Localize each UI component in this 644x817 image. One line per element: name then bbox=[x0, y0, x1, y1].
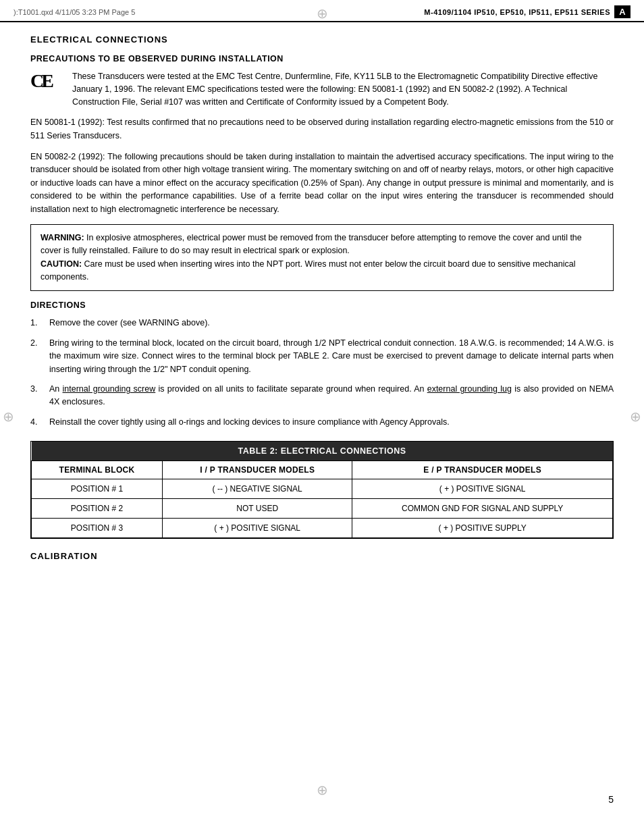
paragraph-en50081: EN 50081-1 (1992): Test results confirme… bbox=[30, 116, 614, 142]
col-header-terminal: TERMINAL BLOCK bbox=[32, 461, 163, 479]
main-content: ELECTRICAL CONNECTIONS PRECAUTIONS TO BE… bbox=[0, 22, 644, 583]
direction-num-4: 4. bbox=[30, 416, 43, 429]
electrical-connections-section: ELECTRICAL CONNECTIONS PRECAUTIONS TO BE… bbox=[30, 34, 614, 429]
warning-text: In explosive atmospheres, electrical pow… bbox=[41, 233, 582, 255]
row2-ip: NOT USED bbox=[163, 499, 352, 519]
row2-pos: POSITION # 2 bbox=[32, 499, 163, 519]
row2-ep: COMMON GND FOR SIGNAL AND SUPPLY bbox=[352, 499, 613, 519]
warning-label: WARNING: bbox=[41, 233, 84, 242]
electrical-connections-heading: ELECTRICAL CONNECTIONS bbox=[30, 34, 614, 45]
calibration-section: CALIBRATION bbox=[30, 551, 614, 561]
crosshair-bottom-icon: ⊕ bbox=[317, 782, 328, 798]
direction-item-2: 2. Bring wiring to the terminal block, l… bbox=[30, 337, 614, 376]
direction-num-1: 1. bbox=[30, 317, 43, 330]
header-title-area: M-4109/1104 IP510, EP510, IP511, EP511 S… bbox=[424, 5, 630, 18]
row3-ep: ( + ) POSITIVE SUPPLY bbox=[352, 519, 613, 538]
table-row-3: POSITION # 3 ( + ) POSITIVE SIGNAL ( + )… bbox=[32, 519, 613, 538]
table-row-1: POSITION # 1 ( -- ) NEGATIVE SIGNAL ( + … bbox=[32, 479, 613, 499]
table-header-row: TERMINAL BLOCK I / P TRANSDUCER MODELS E… bbox=[32, 461, 613, 479]
crosshair-top-icon: ⊕ bbox=[317, 5, 328, 22]
row1-ep: ( + ) POSITIVE SIGNAL bbox=[352, 479, 613, 499]
row1-pos: POSITION # 1 bbox=[32, 479, 163, 499]
crosshair-right-icon: ⊕ bbox=[630, 408, 641, 425]
direction-num-3: 3. bbox=[30, 383, 43, 409]
row1-ip: ( -- ) NEGATIVE SIGNAL bbox=[163, 479, 352, 499]
direction-text-1: Remove the cover (see WARNING above). bbox=[49, 317, 210, 330]
paragraph-en50082: EN 50082-2 (1992): The following precaut… bbox=[30, 151, 614, 216]
row3-ip: ( + ) POSITIVE SIGNAL bbox=[163, 519, 352, 538]
col-header-ep: E / P TRANSDUCER MODELS bbox=[352, 461, 613, 479]
series-badge: A bbox=[614, 5, 630, 18]
warning-box: WARNING: In explosive atmospheres, elect… bbox=[30, 224, 614, 292]
filename-label: ):T1001.qxd 4/11/05 3:23 PM Page 5 bbox=[14, 8, 135, 16]
direction-item-1: 1. Remove the cover (see WARNING above). bbox=[30, 317, 614, 330]
col-header-ip: I / P TRANSDUCER MODELS bbox=[163, 461, 352, 479]
directions-list: 1. Remove the cover (see WARNING above).… bbox=[30, 317, 614, 429]
ce-description: These Transducers were tested at the EMC… bbox=[72, 70, 614, 108]
ce-mark-icon: CE bbox=[30, 70, 63, 90]
direction-text-4: Reinstall the cover tightly using all o-… bbox=[49, 416, 450, 429]
document-title: M-4109/1104 IP510, EP510, IP511, EP511 S… bbox=[424, 8, 614, 16]
row3-pos: POSITION # 3 bbox=[32, 519, 163, 538]
direction-item-4: 4. Reinstall the cover tightly using all… bbox=[30, 416, 614, 429]
external-grounding-link: external grounding lug bbox=[427, 384, 512, 394]
table-title: TABLE 2: ELECTRICAL CONNECTIONS bbox=[32, 442, 613, 461]
precautions-heading: PRECAUTIONS TO BE OBSERVED DURING INSTAL… bbox=[30, 54, 614, 63]
calibration-heading: CALIBRATION bbox=[30, 551, 614, 561]
directions-heading: DIRECTIONS bbox=[30, 300, 614, 310]
page-footer: 5 bbox=[608, 794, 614, 805]
caution-label: CAUTION: bbox=[41, 259, 82, 269]
caution-text: Care must be used when inserting wires i… bbox=[41, 259, 575, 282]
crosshair-left-icon: ⊕ bbox=[3, 408, 14, 425]
ce-block: CE These Transducers were tested at the … bbox=[30, 70, 614, 108]
direction-text-2: Bring wiring to the terminal block, loca… bbox=[49, 337, 614, 376]
electrical-connections-table: TABLE 2: ELECTRICAL CONNECTIONS TERMINAL… bbox=[30, 441, 614, 539]
page-number: 5 bbox=[608, 794, 614, 805]
internal-grounding-link: internal grounding screw bbox=[63, 384, 156, 394]
direction-text-3: An internal grounding screw is provided … bbox=[49, 383, 614, 409]
table-row-2: POSITION # 2 NOT USED COMMON GND FOR SIG… bbox=[32, 499, 613, 519]
table-title-row: TABLE 2: ELECTRICAL CONNECTIONS bbox=[32, 442, 613, 461]
direction-num-2: 2. bbox=[30, 337, 43, 376]
direction-item-3: 3. An internal grounding screw is provid… bbox=[30, 383, 614, 409]
